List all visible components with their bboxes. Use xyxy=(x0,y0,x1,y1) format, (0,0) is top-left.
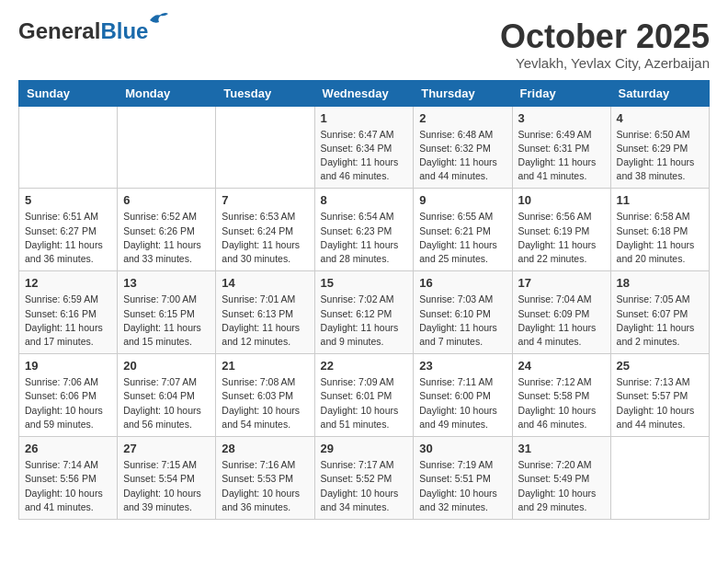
day-number: 27 xyxy=(123,442,210,455)
calendar-cell: 21Sunrise: 7:08 AMSunset: 6:03 PMDayligh… xyxy=(216,354,314,437)
weekday-header-friday: Friday xyxy=(512,80,610,106)
calendar-cell: 15Sunrise: 7:02 AMSunset: 6:12 PMDayligh… xyxy=(314,271,414,354)
calendar-cell: 24Sunrise: 7:12 AMSunset: 5:58 PMDayligh… xyxy=(512,354,610,437)
day-number: 23 xyxy=(419,359,506,373)
day-number: 29 xyxy=(321,442,408,455)
day-info: Sunrise: 6:55 AMSunset: 6:21 PMDaylight:… xyxy=(419,210,506,266)
day-info: Sunrise: 6:50 AMSunset: 6:29 PMDaylight:… xyxy=(617,128,703,184)
weekday-header-sunday: Sunday xyxy=(19,80,118,106)
day-info: Sunrise: 7:06 AMSunset: 6:06 PMDaylight:… xyxy=(25,375,111,431)
calendar-cell xyxy=(118,106,216,189)
day-info: Sunrise: 7:04 AMSunset: 6:09 PMDaylight:… xyxy=(518,293,605,349)
calendar-cell: 18Sunrise: 7:05 AMSunset: 6:07 PMDayligh… xyxy=(610,271,709,354)
calendar-cell xyxy=(610,437,709,520)
day-number: 31 xyxy=(518,442,605,455)
day-number: 24 xyxy=(518,359,605,373)
day-info: Sunrise: 7:07 AMSunset: 6:04 PMDaylight:… xyxy=(123,375,210,431)
calendar-week-row: 5Sunrise: 6:51 AMSunset: 6:27 PMDaylight… xyxy=(19,189,710,271)
calendar-cell: 27Sunrise: 7:15 AMSunset: 5:54 PMDayligh… xyxy=(118,437,216,520)
day-number: 9 xyxy=(419,193,506,207)
day-info: Sunrise: 6:58 AMSunset: 6:18 PMDaylight:… xyxy=(617,210,703,266)
day-info: Sunrise: 7:00 AMSunset: 6:15 PMDaylight:… xyxy=(123,293,210,349)
calendar-cell: 5Sunrise: 6:51 AMSunset: 6:27 PMDaylight… xyxy=(19,189,118,271)
day-info: Sunrise: 7:12 AMSunset: 5:58 PMDaylight:… xyxy=(518,375,605,431)
weekday-header-monday: Monday xyxy=(118,80,216,106)
calendar-cell: 31Sunrise: 7:20 AMSunset: 5:49 PMDayligh… xyxy=(512,437,610,520)
calendar-cell: 14Sunrise: 7:01 AMSunset: 6:13 PMDayligh… xyxy=(216,271,314,354)
day-number: 10 xyxy=(518,193,605,207)
calendar-cell: 29Sunrise: 7:17 AMSunset: 5:52 PMDayligh… xyxy=(314,437,414,520)
calendar-cell: 19Sunrise: 7:06 AMSunset: 6:06 PMDayligh… xyxy=(19,354,118,437)
day-info: Sunrise: 7:11 AMSunset: 6:00 PMDaylight:… xyxy=(419,375,506,431)
day-info: Sunrise: 7:01 AMSunset: 6:13 PMDaylight:… xyxy=(222,293,308,349)
day-number: 12 xyxy=(25,276,111,290)
day-info: Sunrise: 7:19 AMSunset: 5:51 PMDaylight:… xyxy=(419,458,506,514)
calendar-cell: 16Sunrise: 7:03 AMSunset: 6:10 PMDayligh… xyxy=(414,271,512,354)
day-number: 3 xyxy=(518,111,605,125)
calendar-cell: 10Sunrise: 6:56 AMSunset: 6:19 PMDayligh… xyxy=(512,189,610,271)
weekday-header-tuesday: Tuesday xyxy=(216,80,314,106)
calendar-cell: 25Sunrise: 7:13 AMSunset: 5:57 PMDayligh… xyxy=(610,354,709,437)
weekday-header-saturday: Saturday xyxy=(610,80,709,106)
calendar-cell: 26Sunrise: 7:14 AMSunset: 5:56 PMDayligh… xyxy=(19,437,118,520)
weekday-header-wednesday: Wednesday xyxy=(314,80,414,106)
day-info: Sunrise: 7:20 AMSunset: 5:49 PMDaylight:… xyxy=(518,458,605,514)
calendar-cell: 30Sunrise: 7:19 AMSunset: 5:51 PMDayligh… xyxy=(414,437,512,520)
day-number: 16 xyxy=(419,276,506,290)
calendar-cell: 20Sunrise: 7:07 AMSunset: 6:04 PMDayligh… xyxy=(118,354,216,437)
day-info: Sunrise: 6:48 AMSunset: 6:32 PMDaylight:… xyxy=(419,128,506,184)
calendar-week-row: 26Sunrise: 7:14 AMSunset: 5:56 PMDayligh… xyxy=(19,437,710,520)
day-info: Sunrise: 6:54 AMSunset: 6:23 PMDaylight:… xyxy=(321,210,408,266)
page-header: GeneralBlue October 2025 Yevlakh, Yevlax… xyxy=(18,18,710,71)
day-number: 19 xyxy=(25,359,111,373)
day-number: 22 xyxy=(321,359,408,373)
title-section: October 2025 Yevlakh, Yevlax City, Azerb… xyxy=(500,18,710,71)
logo: GeneralBlue xyxy=(18,18,148,44)
calendar-cell: 9Sunrise: 6:55 AMSunset: 6:21 PMDaylight… xyxy=(414,189,512,271)
day-number: 14 xyxy=(222,276,308,290)
day-info: Sunrise: 7:17 AMSunset: 5:52 PMDaylight:… xyxy=(321,458,408,514)
day-info: Sunrise: 6:53 AMSunset: 6:24 PMDaylight:… xyxy=(222,210,308,266)
calendar-week-row: 1Sunrise: 6:47 AMSunset: 6:34 PMDaylight… xyxy=(19,106,710,189)
day-info: Sunrise: 6:47 AMSunset: 6:34 PMDaylight:… xyxy=(321,128,408,184)
day-number: 6 xyxy=(123,193,210,207)
calendar-cell xyxy=(19,106,118,189)
day-info: Sunrise: 6:51 AMSunset: 6:27 PMDaylight:… xyxy=(25,210,111,266)
day-number: 28 xyxy=(222,442,308,455)
day-number: 21 xyxy=(222,359,308,373)
weekday-header-thursday: Thursday xyxy=(414,80,512,106)
day-info: Sunrise: 7:09 AMSunset: 6:01 PMDaylight:… xyxy=(321,375,408,431)
day-number: 1 xyxy=(321,111,408,125)
calendar-week-row: 19Sunrise: 7:06 AMSunset: 6:06 PMDayligh… xyxy=(19,354,710,437)
day-info: Sunrise: 7:02 AMSunset: 6:12 PMDaylight:… xyxy=(321,293,408,349)
day-number: 18 xyxy=(617,276,703,290)
calendar-table: SundayMondayTuesdayWednesdayThursdayFrid… xyxy=(18,80,710,520)
calendar-cell: 13Sunrise: 7:00 AMSunset: 6:15 PMDayligh… xyxy=(118,271,216,354)
day-number: 30 xyxy=(419,442,506,455)
calendar-cell: 8Sunrise: 6:54 AMSunset: 6:23 PMDaylight… xyxy=(314,189,414,271)
day-info: Sunrise: 7:14 AMSunset: 5:56 PMDaylight:… xyxy=(25,458,111,514)
day-number: 17 xyxy=(518,276,605,290)
day-number: 2 xyxy=(419,111,506,125)
day-number: 8 xyxy=(321,193,408,207)
day-info: Sunrise: 7:16 AMSunset: 5:53 PMDaylight:… xyxy=(222,458,308,514)
month-title: October 2025 xyxy=(500,18,710,55)
calendar-week-row: 12Sunrise: 6:59 AMSunset: 6:16 PMDayligh… xyxy=(19,271,710,354)
logo-bird-icon xyxy=(148,11,168,28)
day-info: Sunrise: 6:52 AMSunset: 6:26 PMDaylight:… xyxy=(123,210,210,266)
logo-general-text: General xyxy=(18,18,100,43)
day-number: 11 xyxy=(617,193,703,207)
day-number: 25 xyxy=(617,359,703,373)
day-info: Sunrise: 6:59 AMSunset: 6:16 PMDaylight:… xyxy=(25,293,111,349)
calendar-cell: 22Sunrise: 7:09 AMSunset: 6:01 PMDayligh… xyxy=(314,354,414,437)
calendar-cell: 12Sunrise: 6:59 AMSunset: 6:16 PMDayligh… xyxy=(19,271,118,354)
calendar-cell: 4Sunrise: 6:50 AMSunset: 6:29 PMDaylight… xyxy=(610,106,709,189)
day-number: 26 xyxy=(25,442,111,455)
day-info: Sunrise: 6:56 AMSunset: 6:19 PMDaylight:… xyxy=(518,210,605,266)
day-number: 5 xyxy=(25,193,111,207)
calendar-cell: 7Sunrise: 6:53 AMSunset: 6:24 PMDaylight… xyxy=(216,189,314,271)
calendar-cell: 3Sunrise: 6:49 AMSunset: 6:31 PMDaylight… xyxy=(512,106,610,189)
day-info: Sunrise: 6:49 AMSunset: 6:31 PMDaylight:… xyxy=(518,128,605,184)
calendar-cell: 2Sunrise: 6:48 AMSunset: 6:32 PMDaylight… xyxy=(414,106,512,189)
day-number: 13 xyxy=(123,276,210,290)
